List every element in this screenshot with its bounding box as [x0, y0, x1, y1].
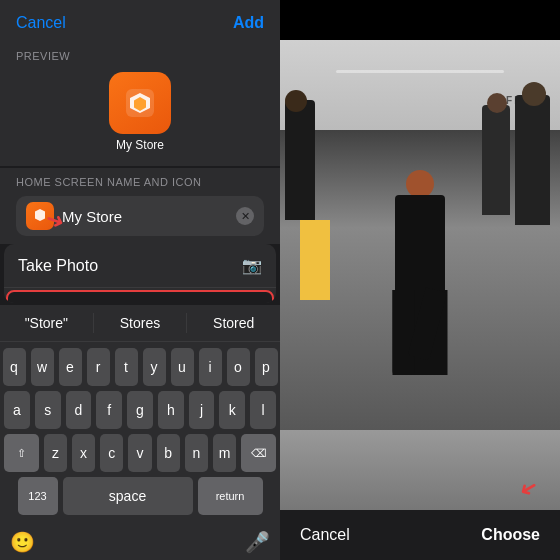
child-head: [406, 170, 434, 198]
key-y[interactable]: y: [143, 348, 166, 386]
child-legs: [393, 290, 448, 375]
home-section-label: HOME SCREEN NAME AND ICON: [16, 176, 264, 188]
keyboard-bottom-bar: 🙂 🎤: [0, 524, 280, 560]
bg-person-2: [515, 95, 550, 225]
preview-label: PREVIEW: [16, 50, 264, 62]
choose-photo-item[interactable]: Choose Photo 🖼: [6, 290, 274, 303]
preview-section: PREVIEW My Store: [0, 42, 280, 166]
bg-head-2: [522, 82, 546, 106]
key-k[interactable]: k: [219, 391, 245, 429]
child-body: [395, 195, 445, 295]
key-return[interactable]: return: [198, 477, 263, 515]
keyboard-row-4: 123 space return: [4, 477, 276, 515]
bg-head-3: [487, 93, 507, 113]
key-backspace[interactable]: ⌫: [241, 434, 276, 472]
key-numbers[interactable]: 123: [18, 477, 58, 515]
photo-content: OFFICE: [280, 40, 560, 510]
key-g[interactable]: g: [127, 391, 153, 429]
suggestion-store-quoted[interactable]: "Store": [0, 313, 94, 333]
microphone-icon[interactable]: 🎤: [245, 530, 270, 554]
yellow-element: [300, 220, 330, 300]
right-bottom-bar: Cancel Choose: [280, 510, 560, 560]
photo-icon: 🖼: [244, 302, 260, 303]
bg-person-3: [482, 105, 510, 215]
preview-app-name: My Store: [116, 138, 164, 152]
cancel-button[interactable]: Cancel: [16, 14, 66, 32]
keyboard: q w e r t y u i o p a s d f g h j k l ⇧ …: [0, 342, 280, 524]
left-leg: [393, 290, 415, 375]
suggestions-row: "Store" Stores Stored: [0, 305, 280, 342]
key-j[interactable]: j: [189, 391, 215, 429]
key-s[interactable]: s: [35, 391, 61, 429]
suggestion-stored[interactable]: Stored: [187, 313, 280, 333]
right-panel: OFFICE: [280, 0, 560, 560]
home-section: HOME SCREEN NAME AND ICON My Store ✕ ➜: [0, 168, 280, 244]
key-o[interactable]: o: [227, 348, 250, 386]
key-z[interactable]: z: [44, 434, 67, 472]
choose-photo-label: Choose Photo: [20, 302, 121, 303]
app-icon-preview: [109, 72, 171, 134]
preview-icon-container: My Store: [16, 72, 264, 152]
key-a[interactable]: a: [4, 391, 30, 429]
clear-button[interactable]: ✕: [236, 207, 254, 225]
key-v[interactable]: v: [128, 434, 151, 472]
black-bar-top: [280, 0, 560, 40]
key-b[interactable]: b: [157, 434, 180, 472]
key-shift[interactable]: ⇧: [4, 434, 39, 472]
key-f[interactable]: f: [96, 391, 122, 429]
key-e[interactable]: e: [59, 348, 82, 386]
key-w[interactable]: w: [31, 348, 54, 386]
key-q[interactable]: q: [3, 348, 26, 386]
photo-view: OFFICE: [280, 40, 560, 510]
emoji-icon[interactable]: 🙂: [10, 530, 35, 554]
key-n[interactable]: n: [185, 434, 208, 472]
bg-head-1: [285, 90, 307, 112]
key-c[interactable]: c: [100, 434, 123, 472]
photo-choose-button[interactable]: Choose: [481, 526, 540, 544]
floor: [280, 430, 560, 510]
key-x[interactable]: x: [72, 434, 95, 472]
light-strip: [336, 70, 504, 73]
key-d[interactable]: d: [66, 391, 92, 429]
take-photo-item[interactable]: Take Photo 📷: [4, 244, 276, 288]
bg-person-1: [285, 100, 315, 220]
key-m[interactable]: m: [213, 434, 236, 472]
suggestion-stores[interactable]: Stores: [94, 313, 188, 333]
key-h[interactable]: h: [158, 391, 184, 429]
keyboard-row-2: a s d f g h j k l: [4, 391, 276, 429]
key-l[interactable]: l: [250, 391, 276, 429]
add-button[interactable]: Add: [233, 14, 264, 32]
photo-scene: OFFICE: [280, 40, 560, 510]
top-bar: Cancel Add: [0, 0, 280, 42]
key-r[interactable]: r: [87, 348, 110, 386]
key-p[interactable]: p: [255, 348, 278, 386]
key-u[interactable]: u: [171, 348, 194, 386]
camera-icon: 📷: [242, 256, 262, 275]
take-photo-label: Take Photo: [18, 257, 98, 275]
key-t[interactable]: t: [115, 348, 138, 386]
key-i[interactable]: i: [199, 348, 222, 386]
app-name-text: My Store: [62, 208, 228, 225]
dropdown-menu: Take Photo 📷 Choose Photo 🖼 Choose File …: [4, 244, 276, 303]
keyboard-row-1: q w e r t y u i o p: [4, 348, 276, 386]
photo-cancel-button[interactable]: Cancel: [300, 526, 350, 544]
keyboard-row-3: ⇧ z x c v b n m ⌫: [4, 434, 276, 472]
left-panel: Cancel Add PREVIEW My Store HOME SCREEN …: [0, 0, 280, 560]
key-space[interactable]: space: [63, 477, 193, 515]
